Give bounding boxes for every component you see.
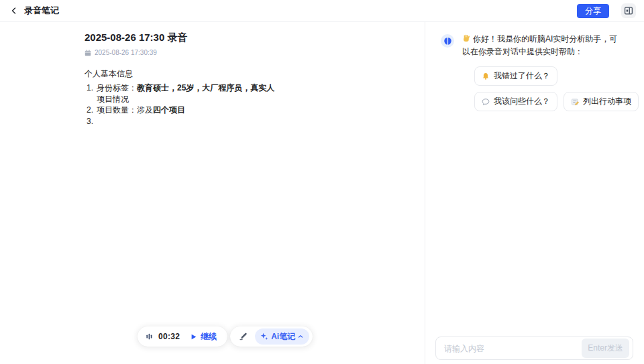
list-item-content: [97, 116, 349, 127]
note-meta: 2025-08-26 17:30:39: [85, 49, 349, 56]
recording-notes-app: 录音笔记 分享 2025-08-26 17:30 录音: [0, 0, 644, 364]
assistant-avatar: [441, 34, 454, 48]
note-editor[interactable]: 2025-08-26 17:30 录音 2025-08-26 17:30:39 …: [0, 22, 376, 127]
recording-elapsed-time: 00:32: [158, 332, 180, 341]
note-title: 2025-08-26 17:30 录音: [85, 31, 349, 44]
chat-input[interactable]: [444, 344, 582, 353]
main-area: 2025-08-26 17:30 录音 2025-08-26 17:30:39 …: [0, 22, 644, 364]
chip-what-should-i-ask[interactable]: 我该问些什么？: [474, 92, 557, 111]
note-numbered-list: 1. 身份标签：教育硕士，25岁，大厂程序员，真实人 项目情况 2. 项目数量：…: [85, 82, 349, 127]
note-created-timestamp: 2025-08-26 17:30:39: [95, 49, 157, 56]
list-item: 3.: [85, 116, 349, 127]
chip-list-action-items[interactable]: 列出行动事项: [564, 92, 639, 111]
list-item: 1. 身份标签：教育硕士，25岁，大厂程序员，真实人 项目情况: [85, 82, 349, 105]
chevron-left-icon: [10, 7, 18, 15]
suggestion-chips: 我错过了什么？ 我该问些什么？: [474, 66, 642, 111]
greeting-line-1: 你好！我是你的听脑AI实时分析助手，可: [473, 34, 617, 44]
chip-label: 列出行动事项: [583, 96, 631, 107]
assistant-message: 你好！我是你的听脑AI实时分析助手，可 以在你录音对话中提供实时帮助：: [441, 33, 634, 58]
share-button[interactable]: 分享: [577, 4, 609, 18]
resume-recording-button[interactable]: 继续: [184, 328, 222, 345]
list-item-content: 身份标签：教育硕士，25岁，大厂程序员，真实人 项目情况: [97, 82, 349, 105]
list-item-content: 项目数量：涉及四个项目: [97, 105, 349, 116]
ai-note-button[interactable]: Ai笔记: [255, 328, 309, 345]
recorder-controls: 00:32 继续: [138, 326, 313, 347]
brain-ai-logo-icon: [443, 37, 452, 46]
edit-pen-icon: [239, 332, 248, 341]
bell-icon: [482, 72, 490, 80]
back-button[interactable]: [7, 3, 21, 18]
header: 录音笔记 分享: [0, 0, 644, 22]
note-section-heading: 个人基本信息: [85, 68, 349, 79]
list-item-label: 项目数量：涉及: [97, 105, 153, 115]
ai-assistant-panel: 你好！我是你的听脑AI实时分析助手，可 以在你录音对话中提供实时帮助：: [425, 22, 644, 364]
calendar-icon: [85, 50, 91, 56]
chip-label: 我该问些什么？: [494, 96, 550, 107]
memo-icon: [571, 98, 579, 106]
list-item-second-line: 项目情况: [97, 95, 129, 104]
chip-label: 我错过了什么？: [494, 70, 550, 82]
chat-area: 你好！我是你的听脑AI实时分析助手，可 以在你录音对话中提供实时帮助：: [425, 22, 644, 111]
chip-what-did-i-miss[interactable]: 我错过了什么？: [474, 66, 557, 86]
speech-bubble-icon: [482, 98, 490, 106]
edit-pen-button[interactable]: [239, 332, 248, 341]
list-item-label: 身份标签：: [97, 83, 137, 93]
note-panel: 2025-08-26 17:30 录音 2025-08-26 17:30:39 …: [0, 22, 425, 364]
waveform-icon: [146, 332, 154, 341]
chevron-up-icon: [298, 334, 303, 339]
send-button[interactable]: Enter发送: [582, 339, 629, 358]
assistant-greeting: 你好！我是你的听脑AI实时分析助手，可 以在你录音对话中提供实时帮助：: [462, 33, 618, 58]
play-icon: [190, 333, 197, 341]
note-body: 个人基本信息 1. 身份标签：教育硕士，25岁，大厂程序员，真实人 项目情况 2…: [85, 68, 349, 127]
resume-label: 继续: [201, 331, 217, 343]
list-item: 2. 项目数量：涉及四个项目: [85, 105, 349, 116]
list-item-bold-text: 教育硕士，25岁，大厂程序员，真实人: [137, 83, 274, 93]
page-title: 录音笔记: [24, 5, 59, 17]
recording-timer-pill: 00:32 继续: [138, 326, 227, 347]
list-item-bold-text: 四个项目: [153, 105, 185, 115]
sparkles-icon: [260, 332, 268, 341]
note-tools-pill: Ai笔记: [230, 326, 313, 347]
list-item-marker: 3.: [87, 116, 97, 127]
list-item-marker: 1.: [87, 82, 97, 105]
list-item-marker: 2.: [87, 105, 97, 116]
panel-toggle-button[interactable]: [621, 3, 636, 18]
panel-toggle-icon: [624, 6, 633, 15]
greeting-line-2: 以在你录音对话中提供实时帮助：: [462, 47, 583, 56]
waving-hand-icon: [462, 34, 471, 43]
ai-note-label: Ai笔记: [271, 331, 295, 343]
chat-input-bar: Enter发送: [435, 337, 633, 360]
